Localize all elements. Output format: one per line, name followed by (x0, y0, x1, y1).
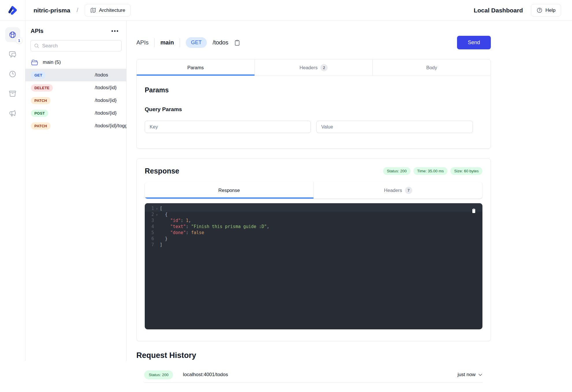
request-tab[interactable]: Headers 2 (255, 59, 373, 76)
query-key-input[interactable] (145, 121, 311, 133)
tab-label: Response (218, 188, 240, 193)
request-history-list: Status: 200 localhost:4001/todos just no… (144, 367, 483, 383)
project-name: nitric-prisma (34, 7, 70, 14)
response-heading: Response (145, 167, 383, 175)
help-button[interactable]: Help (531, 4, 561, 16)
response-tab[interactable]: Response (145, 182, 313, 199)
rail-item-schedules[interactable] (5, 66, 20, 81)
query-params-heading: Query Params (145, 106, 482, 113)
architecture-button[interactable]: Architecture (85, 4, 131, 16)
nitric-logo-icon (7, 5, 18, 16)
history-status-badge: Status: 200 (144, 370, 173, 379)
endpoint-row[interactable]: GET /todos (25, 69, 126, 81)
request-path: /todos (213, 39, 228, 46)
map-icon (90, 7, 96, 13)
response-code: 1∨[2∨ {3 "id": 1,4 "text": "Finish this … (145, 203, 482, 250)
tab-label: Params (187, 65, 204, 70)
archive-box-icon (9, 90, 16, 98)
status-badge: Time: 35.00 ms (413, 167, 448, 175)
endpoint-path: /todos (95, 72, 108, 78)
response-tabs: Response Headers 7 (145, 182, 482, 199)
endpoint-list: GET /todos DELETE /todos/{id} PATCH /tod… (25, 69, 126, 132)
copy-response-button[interactable] (471, 208, 477, 214)
panel-menu-button[interactable] (110, 29, 120, 33)
tab-label: Body (426, 65, 437, 70)
endpoint-row[interactable]: PATCH /todos/{id} (25, 94, 126, 107)
endpoint-path: /todos/{id} (95, 110, 117, 116)
request-card: Params Headers 2 Body Params Query Param… (136, 59, 491, 149)
apis-count-badge: 1 (16, 37, 23, 44)
rail-item-storage[interactable] (5, 86, 20, 101)
request-tab[interactable]: Body (372, 59, 491, 76)
search-icon (34, 43, 39, 48)
rail-item-apis[interactable]: 1 (5, 27, 20, 42)
question-mark-icon (536, 7, 543, 13)
endpoint-row[interactable]: POST /todos/{id} (25, 107, 126, 120)
main-content: APIs main GET /todos Send Params Hea (127, 21, 572, 392)
tab-label: Headers (384, 188, 402, 193)
history-url: localhost:4001/todos (183, 372, 457, 378)
endpoint-path: /todos/{id} (95, 85, 117, 91)
folder-main[interactable]: main (5) (25, 56, 126, 69)
tab-count-badge: 7 (405, 187, 412, 194)
tab-label: Headers (300, 65, 317, 70)
request-history-heading: Request History (136, 351, 491, 360)
request-method-badge: GET (186, 37, 207, 48)
rail-item-topics[interactable] (5, 106, 20, 121)
method-badge: DELETE (31, 84, 53, 92)
clipboard-copy-icon (471, 208, 477, 214)
method-badge: PATCH (31, 122, 51, 130)
method-badge: POST (31, 110, 48, 117)
chat-bubbles-icon (9, 51, 16, 58)
folder-icon (31, 59, 38, 66)
folder-label: main (5) (43, 59, 61, 65)
panel-title: APIs (31, 28, 43, 34)
history-row[interactable]: Status: 200 localhost:4001/todos just no… (144, 367, 483, 383)
clipboard-icon (234, 40, 240, 46)
architecture-button-label: Architecture (99, 8, 125, 13)
method-badge: PATCH (31, 97, 51, 104)
send-button[interactable]: Send (457, 36, 491, 49)
endpoint-path: /todos/{id}/toggle (95, 123, 131, 129)
status-badge: Status: 200 (383, 167, 410, 175)
search-input[interactable] (30, 40, 122, 51)
request-tab[interactable]: Params (137, 59, 255, 76)
status-badge: Size: 60 bytes (450, 167, 482, 175)
history-time[interactable]: just now (458, 372, 483, 378)
top-bar: nitric-prisma / Architecture Local Dashb… (0, 0, 572, 21)
ellipsis-icon (112, 30, 113, 32)
endpoint-row[interactable]: DELETE /todos/{id} (25, 81, 126, 94)
megaphone-icon (9, 109, 16, 117)
breadcrumb-api: main (160, 39, 174, 46)
response-card: Response Status: 200Time: 35.00 msSize: … (136, 158, 491, 341)
dashboard-title: Local Dashboard (474, 7, 523, 14)
chevron-down-icon (478, 372, 483, 377)
response-tab[interactable]: Headers 7 (313, 182, 482, 199)
method-badge: GET (31, 72, 46, 79)
breadcrumb-separator: / (77, 7, 78, 14)
tab-count-badge: 2 (320, 64, 328, 71)
nitric-logo[interactable] (0, 0, 25, 21)
response-status-badges: Status: 200Time: 35.00 msSize: 60 bytes (383, 167, 482, 175)
query-value-input[interactable] (316, 121, 473, 133)
breadcrumb: APIs main GET /todos (136, 37, 457, 48)
clock-icon (9, 70, 16, 78)
help-button-label: Help (545, 8, 556, 13)
request-tabs: Params Headers 2 Body (137, 59, 491, 76)
endpoint-row[interactable]: PATCH /todos/{id}/toggle (25, 120, 126, 132)
apis-panel: APIs main (5) GET /todos DELETE /todos/{… (25, 21, 127, 361)
params-heading: Params (145, 86, 482, 94)
response-code-block: 1∨[2∨ {3 "id": 1,4 "text": "Finish this … (145, 203, 482, 329)
copy-path-button[interactable] (234, 40, 240, 46)
endpoint-path: /todos/{id} (95, 98, 117, 103)
icon-rail: 1 (0, 21, 25, 361)
rail-item-websockets[interactable] (5, 47, 20, 62)
globe-icon (9, 31, 16, 39)
breadcrumb-root: APIs (136, 39, 148, 46)
